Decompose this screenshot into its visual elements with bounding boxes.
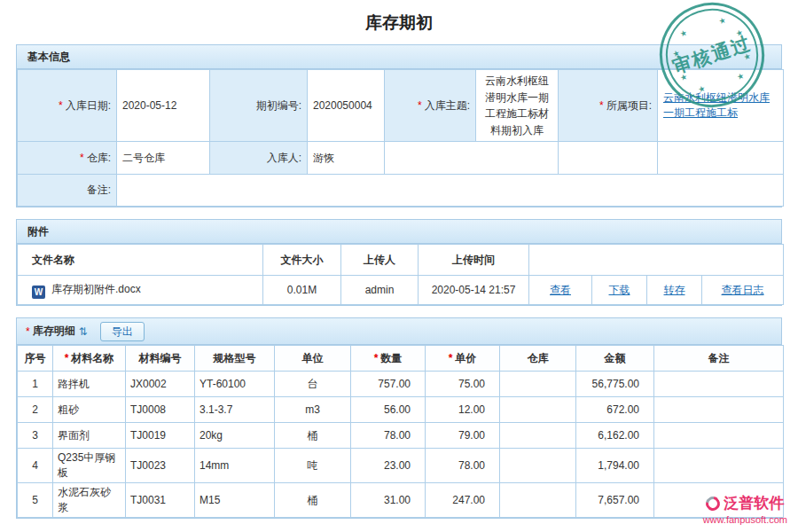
remark-cell [654,372,784,397]
quantity-cell: 23.00 [351,449,426,483]
view-link[interactable]: 查看 [550,284,571,296]
attachments-section: 附件 文件名称 文件大小 上传人 上传时间 W库存期初附件.docx 0.01M… [16,219,782,306]
fanpu-logo-icon [703,493,723,512]
seq-cell: 3 [18,423,53,449]
col-spec-model: 规格型号 [195,346,275,372]
quantity-cell: 56.00 [351,397,426,423]
initial-no-value: 2020050004 [308,70,385,142]
spec-model-cell: 3.1-3.7 [195,397,275,423]
col-remark: 备注 [654,346,784,372]
remark-value [117,175,784,207]
table-row: 2 粗砂 TJ0008 3.1-3.7 m3 56.00 12.00 672.0… [18,397,784,423]
remark-cell [654,423,784,449]
action-download-cell: 下载 [592,276,647,305]
project-label: *所属项目: [559,70,658,142]
download-link[interactable]: 下载 [609,284,630,296]
inventory-details-title: 库存明细 [33,324,75,339]
required-marker: * [65,352,69,364]
required-marker: * [59,99,63,112]
action-log-cell: 查看日志 [702,276,784,305]
col-actions [529,245,784,276]
warehouse-cell [500,483,576,518]
attachments-table: 文件名称 文件大小 上传人 上传时间 W库存期初附件.docx 0.01M ad… [17,244,784,305]
unit-cell: 台 [275,372,351,397]
operator-label: 入库人: [210,142,308,175]
spec-model-cell: 20kg [195,423,275,449]
quantity-cell: 78.00 [351,423,426,449]
material-name-cell: 粗砂 [53,397,126,423]
warehouse-label: *仓库: [18,142,117,175]
initial-no-label: 期初编号: [210,70,308,142]
view-log-link[interactable]: 查看日志 [722,284,764,296]
required-marker: * [599,99,604,112]
amount-cell: 56,775.00 [576,372,654,397]
attachment-name-cell: W库存期初附件.docx [18,276,263,305]
table-row: 4 Q235中厚钢板 TJ0023 14mm 吨 23.00 78.00 1,7… [18,449,784,483]
material-code-cell: TJ0031 [126,483,195,518]
inventory-details-header: * 库存明细 ⇅ 导出 [17,318,781,345]
amount-cell: 672.00 [576,397,654,423]
export-button[interactable]: 导出 [100,322,145,341]
project-link[interactable]: 云南水利枢纽潜明水库一期工程施工标 [663,91,770,119]
action-transfer-cell: 转存 [647,276,702,305]
operator-value: 游恢 [308,142,385,175]
unit-cell: 桶 [275,423,351,449]
unit-price-cell: 75.00 [426,372,500,397]
unit-cell: 桶 [275,483,351,518]
project-value-cell: 云南水利枢纽潜明水库一期工程施工标 [658,70,784,142]
page-title: 库存期初 [0,0,798,44]
required-marker: * [374,352,379,364]
warehouse-cell [500,423,576,449]
warehouse-value: 二号仓库 [117,142,210,175]
amount-cell: 1,794.00 [576,449,654,483]
inventory-details-table: 序号 *材料名称 材料编号 规格型号 单位 *数量 *单价 仓库 金额 备注 1… [17,345,784,518]
table-row: 3 界面剂 TJ0019 20kg 桶 78.00 79.00 6,162.00 [18,423,784,449]
table-row: 5 水泥石灰砂浆 TJ0031 M15 桶 31.00 247.00 7,657… [18,483,784,518]
amount-cell: 6,162.00 [576,423,654,449]
amount-cell: 7,657.00 [576,483,654,518]
material-code-cell: JX0002 [126,372,195,397]
material-code-cell: TJ0008 [126,397,195,423]
remark-cell [654,449,784,483]
material-name-cell: 界面剂 [53,423,126,449]
transfer-link[interactable]: 转存 [664,284,685,296]
sort-icon[interactable]: ⇅ [79,325,88,338]
col-amount: 金额 [576,346,654,372]
quantity-cell: 757.00 [351,372,426,397]
in-date-label: *入库日期: [18,70,117,142]
col-file-size: 文件大小 [263,245,341,276]
seq-cell: 1 [18,372,53,397]
unit-price-cell: 12.00 [426,397,500,423]
attachment-name: 库存期初附件.docx [51,283,141,295]
attachment-row: W库存期初附件.docx 0.01M admin 2020-05-14 21:5… [18,276,784,305]
warehouse-cell [500,372,576,397]
vendor-site: www.fanpusoft.com [703,514,787,525]
unit-price-cell: 79.00 [426,423,500,449]
col-material-code: 材料编号 [126,346,195,372]
table-row: 1 路拌机 JX0002 YT-60100 台 757.00 75.00 56,… [18,372,784,397]
required-marker: * [26,325,30,338]
required-marker: * [80,152,84,164]
attachment-time: 2020-05-14 21:57 [419,276,529,305]
required-marker: * [418,99,422,112]
action-view-cell: 查看 [529,276,592,305]
col-unit: 单位 [275,346,351,372]
attachment-size: 0.01M [263,276,341,305]
empty-cell [658,142,784,175]
in-date-value: 2020-05-12 [117,70,210,142]
col-warehouse: 仓库 [500,346,576,372]
subject-label: *入库主题: [385,70,476,142]
spec-model-cell: YT-60100 [195,372,275,397]
attachment-uploader: admin [341,276,419,305]
remark-label: 备注: [18,175,117,207]
details-header-row: 序号 *材料名称 材料编号 规格型号 单位 *数量 *单价 仓库 金额 备注 [18,346,784,372]
quantity-cell: 31.00 [351,483,426,518]
col-upload-time: 上传时间 [419,245,529,276]
warehouse-cell [500,397,576,423]
material-code-cell: TJ0019 [126,423,195,449]
vendor-name: 泛普软件 [724,493,784,513]
spec-model-cell: 14mm [195,449,275,483]
material-name-cell: 水泥石灰砂浆 [53,483,126,518]
spec-model-cell: M15 [195,483,275,518]
required-marker: * [449,352,453,364]
